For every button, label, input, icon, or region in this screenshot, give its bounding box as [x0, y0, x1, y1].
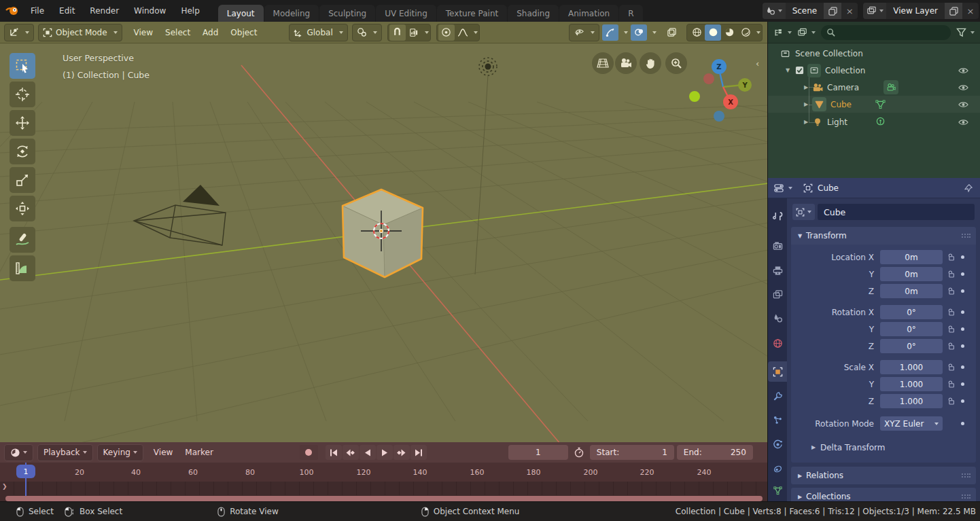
menu-add[interactable]: Add [196, 24, 224, 41]
view-layer-duplicate-icon[interactable] [945, 3, 962, 19]
lock-icon[interactable] [943, 342, 958, 351]
gizmo-axis-y[interactable]: Y [738, 78, 752, 92]
proportional-edit-toggle[interactable] [438, 24, 455, 41]
scene-duplicate-icon[interactable] [824, 3, 841, 19]
tab-constraints[interactable] [768, 459, 787, 479]
scene-icon[interactable] [763, 3, 786, 19]
editor-type-button[interactable] [4, 24, 34, 41]
tool-measure[interactable] [10, 255, 35, 281]
current-frame-field[interactable]: 1 [508, 445, 568, 460]
tool-cursor[interactable] [10, 82, 35, 107]
scene-name[interactable]: Scene [786, 6, 824, 16]
shading-rendered-button[interactable] [737, 24, 754, 41]
lock-icon[interactable] [943, 253, 958, 262]
tool-select-box[interactable] [10, 53, 35, 79]
object-id-dropdown[interactable] [792, 204, 815, 220]
playback-dropdown[interactable]: Playback [37, 444, 93, 461]
object-types-visibility-dropdown[interactable] [569, 24, 599, 41]
gizmo-axis-z[interactable]: Z [712, 59, 727, 74]
tab-render[interactable] [768, 236, 787, 256]
pan-view-button[interactable] [640, 52, 661, 74]
mode-dropdown[interactable]: Object Mode [38, 24, 122, 41]
animate-dot[interactable] [961, 310, 964, 314]
play-reverse-button[interactable] [360, 445, 376, 460]
scale-x-field[interactable]: 1.000 [880, 360, 943, 374]
animate-dot[interactable] [961, 289, 964, 293]
outliner-row-camera[interactable]: ▶ Camera [768, 79, 980, 96]
panel-grip-icon[interactable] [961, 494, 970, 499]
pivot-point-dropdown[interactable] [352, 24, 382, 41]
animate-dot[interactable] [961, 422, 964, 425]
gizmo-axis-z-neg[interactable] [714, 111, 724, 122]
tab-texture-paint[interactable]: Texture Paint [437, 5, 507, 22]
tab-physics[interactable] [768, 434, 787, 454]
channels-expand-chevron[interactable]: ❯ [2, 483, 7, 490]
stopwatch-icon[interactable] [574, 447, 584, 458]
animate-dot[interactable] [961, 399, 964, 403]
animate-dot[interactable] [961, 344, 964, 348]
eye-icon[interactable] [958, 118, 968, 126]
delta-transform-subpanel[interactable]: ▶ Delta Transform [791, 439, 976, 456]
xray-toggle[interactable] [663, 24, 680, 41]
camera-expand-icon[interactable]: ▶ [803, 84, 809, 90]
menu-render[interactable]: Render [82, 0, 126, 22]
outliner-row-scene-collection[interactable]: Scene Collection [768, 45, 980, 62]
menu-edit[interactable]: Edit [52, 0, 82, 22]
jump-to-start-button[interactable] [326, 445, 342, 460]
eye-icon[interactable] [958, 84, 968, 92]
properties-breadcrumb[interactable]: Cube [803, 183, 839, 193]
lock-icon[interactable] [943, 270, 958, 279]
collection-expand-icon[interactable]: ▼ [784, 67, 791, 73]
snap-toggle[interactable] [389, 24, 406, 41]
frame-end-field[interactable]: End:250 [677, 445, 753, 460]
tab-scene[interactable] [768, 308, 787, 328]
outliner-row-light[interactable]: ▶ Light [768, 113, 980, 130]
next-keyframe-button[interactable] [393, 445, 410, 460]
location-y-field[interactable]: 0m [880, 267, 943, 281]
viewport-3d[interactable]: User Perspective (1) Collection | Cube [0, 43, 768, 442]
snap-chevron[interactable] [425, 31, 429, 34]
camera-data-badge[interactable] [883, 80, 898, 94]
timeline-menu-marker[interactable]: Marker [179, 448, 219, 457]
gizmo-axis-y-neg[interactable] [689, 91, 700, 102]
cube-object[interactable] [343, 190, 423, 277]
view-layer-remove-icon[interactable]: × [962, 3, 979, 19]
shading-wireframe-button[interactable] [688, 24, 705, 41]
object-name-field[interactable]: Cube [818, 204, 975, 220]
menu-object[interactable]: Object [224, 24, 263, 41]
tab-world[interactable] [768, 333, 787, 353]
light-data-badge[interactable] [875, 117, 886, 127]
lock-icon[interactable] [943, 325, 958, 334]
tab-shading[interactable]: Shading [508, 5, 559, 22]
animate-dot[interactable] [961, 272, 964, 276]
transform-panel-header[interactable]: ▼ Transform [791, 227, 976, 245]
falloff-chevron[interactable] [474, 31, 478, 34]
lock-icon[interactable] [943, 397, 958, 406]
scale-z-field[interactable]: 1.000 [880, 394, 943, 408]
animate-dot[interactable] [961, 255, 964, 259]
tab-particles[interactable] [768, 410, 787, 430]
jump-to-end-button[interactable] [410, 445, 427, 460]
scale-y-field[interactable]: 1.000 [880, 377, 943, 391]
timeline-editor-type-button[interactable] [4, 444, 33, 461]
eye-icon[interactable] [958, 67, 968, 75]
tab-sculpting[interactable]: Sculpting [319, 5, 375, 22]
location-z-field[interactable]: 0m [880, 284, 943, 298]
tab-data[interactable] [768, 480, 787, 501]
navigation-gizmo[interactable]: Z Y X [683, 48, 765, 129]
blender-logo-icon[interactable] [5, 5, 19, 16]
tool-scale[interactable] [10, 167, 35, 193]
light-object[interactable] [479, 58, 497, 75]
panel-grip-icon[interactable] [961, 233, 970, 238]
tab-uv-editing[interactable]: UV Editing [376, 5, 436, 22]
proportional-falloff-dropdown[interactable] [455, 24, 471, 41]
menu-file[interactable]: File [23, 0, 52, 22]
rotation-z-field[interactable]: 0° [880, 339, 943, 353]
show-overlays-toggle[interactable] [631, 24, 647, 41]
animate-dot[interactable] [961, 382, 964, 386]
tool-annotate[interactable] [10, 227, 35, 253]
collections-panel-header[interactable]: ▶ Collections [791, 488, 976, 501]
timeline-scrollbar[interactable] [5, 496, 763, 501]
timeline-menu-view[interactable]: View [147, 448, 179, 457]
keying-dropdown[interactable]: Keying [97, 444, 143, 461]
